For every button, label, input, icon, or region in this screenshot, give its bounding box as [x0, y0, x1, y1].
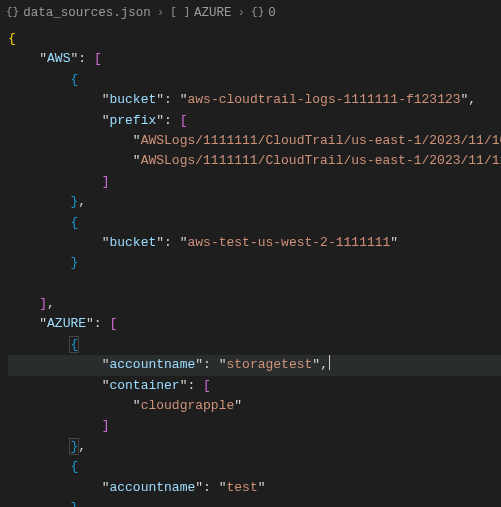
bracket-open: [ — [180, 113, 188, 128]
bracket-open: [ — [94, 51, 102, 66]
code-line[interactable]: "accountname": "test" — [8, 478, 501, 498]
code-line[interactable]: "AZURE": [ — [8, 314, 501, 334]
bracket-open: [ — [109, 316, 117, 331]
brace-open: { — [70, 215, 78, 230]
code-line[interactable]: ], — [8, 294, 501, 314]
chevron-right-icon: › — [236, 3, 248, 23]
code-line[interactable]: } — [8, 498, 501, 507]
json-key: bucket — [109, 235, 156, 250]
code-line[interactable]: "AWSLogs/1111111/CloudTrail/us-east-1/20… — [8, 131, 501, 151]
brace-open: { — [70, 459, 78, 474]
json-key: accountname — [109, 480, 195, 495]
code-line[interactable]: ] — [8, 172, 501, 192]
json-string: cloudgrapple — [141, 398, 235, 413]
json-key: bucket — [109, 92, 156, 107]
json-key: accountname — [109, 357, 195, 372]
code-line[interactable]: "bucket": "aws-test-us-west-2-1111111" — [8, 233, 501, 253]
brace-open: { — [70, 72, 78, 87]
json-string: aws-test-us-west-2-1111111 — [188, 235, 391, 250]
code-line[interactable]: { — [8, 29, 501, 49]
chevron-right-icon: › — [155, 3, 167, 23]
code-line-active[interactable]: "accountname": "storagetest", — [8, 355, 501, 375]
brace-open: { — [70, 337, 78, 352]
code-line[interactable]: "bucket": "aws-cloudtrail-logs-1111111-f… — [8, 90, 501, 110]
json-file-icon: {} — [6, 4, 19, 22]
code-line[interactable]: "prefix": [ — [8, 111, 501, 131]
code-line[interactable]: { — [8, 213, 501, 233]
json-key: AZURE — [47, 316, 86, 331]
json-string: aws-cloudtrail-logs-1111111-f123123 — [188, 92, 461, 107]
code-line[interactable]: }, — [8, 192, 501, 212]
bracket-open: [ — [203, 378, 211, 393]
json-string: AWSLogs/1111111/CloudTrail/us-east-1/202… — [141, 133, 501, 148]
json-string: storagetest — [227, 357, 313, 372]
code-line[interactable]: }, — [8, 437, 501, 457]
breadcrumb[interactable]: {} data_sources.json › [ ] AZURE › {} 0 — [0, 0, 501, 27]
code-editor[interactable]: { "AWS": [ { "bucket": "aws-cloudtrail-l… — [0, 27, 501, 507]
breadcrumb-file[interactable]: data_sources.json — [23, 3, 151, 23]
json-string: test — [227, 480, 258, 495]
code-line[interactable]: { — [8, 457, 501, 477]
code-line[interactable]: "AWS": [ — [8, 49, 501, 69]
breadcrumb-path-azure[interactable]: AZURE — [194, 3, 232, 23]
code-line[interactable]: { — [8, 70, 501, 90]
object-icon: {} — [251, 4, 264, 22]
json-key: container — [109, 378, 179, 393]
code-line[interactable] — [8, 274, 501, 294]
array-icon: [ ] — [170, 4, 190, 22]
json-key: AWS — [47, 51, 70, 66]
bracket-close: ] — [102, 418, 110, 433]
code-line[interactable]: "container": [ — [8, 376, 501, 396]
json-string: AWSLogs/1111111/CloudTrail/us-east-1/202… — [141, 153, 501, 168]
text-cursor — [329, 355, 330, 370]
bracket-close: ] — [39, 296, 47, 311]
json-key: prefix — [109, 113, 156, 128]
brace-close: } — [70, 500, 78, 507]
brace-close: } — [70, 255, 78, 270]
brace-open: { — [8, 31, 16, 46]
bracket-close: ] — [102, 174, 110, 189]
code-line[interactable]: { — [8, 335, 501, 355]
code-line[interactable]: "AWSLogs/1111111/CloudTrail/us-east-1/20… — [8, 151, 501, 171]
code-line[interactable]: "cloudgrapple" — [8, 396, 501, 416]
code-line[interactable]: ] — [8, 416, 501, 436]
breadcrumb-path-index[interactable]: 0 — [268, 3, 276, 23]
code-line[interactable]: } — [8, 253, 501, 273]
